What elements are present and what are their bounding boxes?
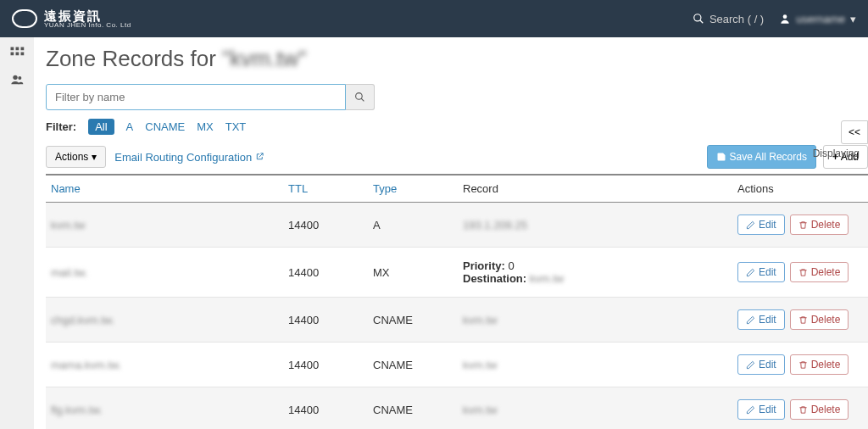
svg-rect-8 (21, 53, 25, 56)
cell-actions: Edit Delete (732, 343, 868, 387)
svg-point-11 (356, 93, 363, 100)
paging-info: Displaying (813, 148, 860, 159)
svg-line-1 (700, 20, 704, 24)
delete-button[interactable]: Delete (790, 399, 849, 420)
cell-actions: Edit Delete (732, 248, 868, 298)
svg-point-2 (783, 14, 787, 19)
tab-all[interactable]: All (88, 119, 114, 135)
svg-rect-5 (21, 47, 25, 51)
table-row: mail.tw.14400MXPriority: 0Destination: k… (46, 248, 868, 298)
user-name: username (796, 13, 845, 25)
cell-ttl: 14400 (283, 387, 368, 430)
edit-button[interactable]: Edit (737, 399, 785, 420)
pencil-icon (746, 360, 755, 370)
cell-record: 193.1.209.25 (458, 203, 732, 248)
cell-record: kvm.tw (458, 343, 732, 387)
page-title: Zone Records for "kvm.tw" (46, 46, 868, 72)
filter-label: Filter: (46, 120, 76, 133)
cell-ttl: 14400 (283, 248, 368, 298)
search-icon (354, 92, 365, 103)
table-row: mama.kvm.tw.14400CNAMEkvm.tw Edit Delete (46, 343, 868, 387)
search-icon (693, 13, 704, 25)
svg-rect-6 (11, 53, 14, 56)
cell-record: kvm.tw (458, 298, 732, 343)
cell-name: flg.kvm.tw. (46, 387, 283, 430)
trash-icon (798, 360, 808, 370)
svg-rect-7 (16, 53, 19, 56)
cell-ttl: 14400 (283, 343, 368, 387)
trash-icon (798, 405, 808, 415)
save-icon (716, 152, 726, 162)
edit-button[interactable]: Edit (737, 309, 785, 330)
caret-down-icon: ▾ (850, 13, 856, 25)
svg-rect-3 (11, 47, 14, 51)
pencil-icon (746, 268, 755, 277)
caret-down-icon: ▾ (92, 151, 97, 163)
cell-actions: Edit Delete (732, 387, 868, 430)
svg-line-12 (361, 98, 364, 101)
user-menu[interactable]: username ▾ (779, 13, 856, 25)
pencil-icon (746, 405, 755, 415)
tab-cname[interactable]: CNAME (145, 120, 185, 133)
cell-name: mama.kvm.tw. (46, 343, 283, 387)
delete-button[interactable]: Delete (790, 354, 849, 375)
edit-button[interactable]: Edit (737, 262, 785, 282)
table-row: chgd.kvm.tw.14400CNAMEkvm.tw Edit Delete (46, 298, 868, 343)
col-ttl[interactable]: TTL (283, 175, 368, 203)
cell-record: Priority: 0Destination: kvm.tw (458, 248, 732, 298)
cell-type: CNAME (368, 298, 458, 343)
col-name[interactable]: Name (46, 175, 283, 203)
svg-rect-4 (16, 47, 19, 51)
col-type[interactable]: Type (368, 175, 458, 203)
cell-type: MX (368, 248, 458, 298)
svg-point-0 (694, 14, 701, 21)
email-routing-link[interactable]: Email Routing Configuration (114, 151, 264, 164)
global-search[interactable]: Search ( / ) (693, 13, 764, 25)
cell-ttl: 14400 (283, 203, 368, 248)
user-icon (779, 13, 791, 25)
table-row: flg.kvm.tw.14400CNAMEkvm.tw Edit Delete (46, 387, 868, 430)
users-icon[interactable] (8, 73, 25, 86)
zone-name: "kvm.tw" (222, 46, 306, 71)
cell-name: mail.tw. (46, 248, 283, 298)
topbar: 遠振資訊 YUAN JHEN Info. Co. Ltd Search ( / … (0, 0, 868, 37)
pencil-icon (746, 220, 755, 230)
col-actions: Actions (732, 175, 868, 203)
prev-page-button[interactable]: << (841, 120, 868, 144)
tab-mx[interactable]: MX (197, 120, 214, 133)
cell-record: kvm.tw (458, 387, 732, 430)
delete-button[interactable]: Delete (790, 214, 849, 235)
filter-search-button[interactable] (346, 84, 375, 110)
trash-icon (798, 268, 808, 277)
save-all-button[interactable]: Save All Records (707, 145, 816, 169)
edit-button[interactable]: Edit (737, 354, 785, 375)
trash-icon (798, 315, 808, 325)
brand-main: 遠振資訊 (44, 9, 131, 22)
delete-button[interactable]: Delete (790, 309, 849, 330)
records-table: Name TTL Type Record Actions kvm.tw14400… (46, 174, 868, 429)
cell-type: CNAME (368, 343, 458, 387)
cell-actions: Edit Delete (732, 298, 868, 343)
external-link-icon (255, 152, 264, 161)
brand-logo[interactable]: 遠振資訊 YUAN JHEN Info. Co. Ltd (12, 9, 131, 29)
svg-point-10 (18, 76, 21, 80)
cell-type: A (368, 203, 458, 248)
search-label: Search ( / ) (709, 13, 764, 25)
tab-a[interactable]: A (126, 120, 134, 133)
filter-tabs: Filter: All A CNAME MX TXT (46, 119, 868, 135)
filter-input[interactable] (46, 84, 346, 110)
pencil-icon (746, 315, 755, 325)
tab-txt[interactable]: TXT (225, 120, 247, 133)
cell-name: chgd.kvm.tw. (46, 298, 283, 343)
brand-sub: YUAN JHEN Info. Co. Ltd (44, 22, 131, 29)
cell-ttl: 14400 (283, 298, 368, 343)
actions-dropdown[interactable]: Actions ▾ (46, 146, 106, 168)
cloud-icon (12, 9, 37, 28)
cell-type: CNAME (368, 387, 458, 430)
edit-button[interactable]: Edit (737, 214, 785, 235)
table-row: kvm.tw14400A193.1.209.25 Edit Delete (46, 203, 868, 248)
cell-name: kvm.tw (46, 203, 283, 248)
apps-icon[interactable] (9, 46, 25, 61)
svg-point-9 (13, 75, 17, 80)
delete-button[interactable]: Delete (790, 262, 849, 282)
